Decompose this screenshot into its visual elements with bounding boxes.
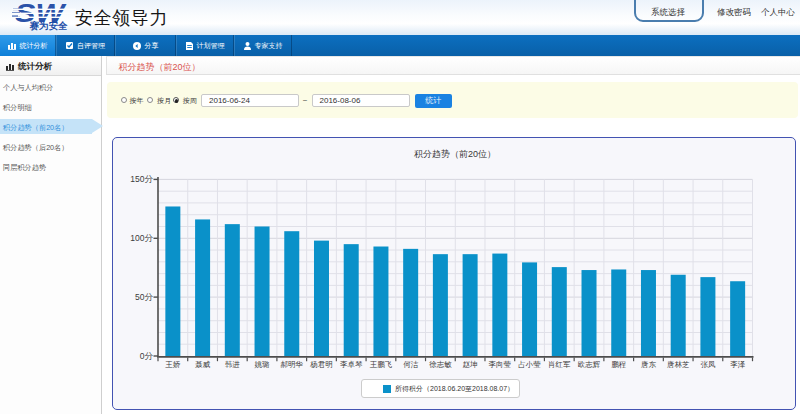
svg-text:唐林芝: 唐林芝 bbox=[667, 360, 690, 369]
svg-text:姚璐: 姚璐 bbox=[255, 360, 271, 369]
svg-text:100分: 100分 bbox=[130, 233, 153, 243]
svg-text:王鹏飞: 王鹏飞 bbox=[370, 360, 393, 369]
svg-text:50分: 50分 bbox=[135, 292, 153, 302]
svg-text:李泽: 李泽 bbox=[730, 360, 746, 369]
svg-text:徐志敏: 徐志敏 bbox=[429, 360, 452, 369]
svg-text:150分: 150分 bbox=[130, 174, 153, 184]
svg-text:肖红军: 肖红军 bbox=[548, 360, 571, 369]
svg-text:韩进: 韩进 bbox=[225, 360, 241, 369]
svg-text:唐东: 唐东 bbox=[641, 360, 657, 369]
svg-text:赵坤: 赵坤 bbox=[463, 360, 478, 369]
svg-text:李向莹: 李向莹 bbox=[489, 360, 512, 369]
svg-text:杨君明: 杨君明 bbox=[309, 360, 333, 369]
svg-text:何洁: 何洁 bbox=[403, 360, 419, 369]
svg-text:聂威: 聂威 bbox=[195, 360, 211, 369]
svg-text:0分: 0分 bbox=[140, 351, 154, 361]
svg-text:张凤: 张凤 bbox=[700, 360, 716, 369]
svg-text:占小莹: 占小莹 bbox=[518, 360, 541, 369]
svg-text:鹏程: 鹏程 bbox=[611, 360, 627, 369]
svg-text:王娇: 王娇 bbox=[165, 360, 181, 369]
svg-text:李卓琴: 李卓琴 bbox=[340, 360, 363, 369]
svg-text:积分趋势（前20位）: 积分趋势（前20位） bbox=[414, 149, 496, 159]
svg-text:郝明华: 郝明华 bbox=[280, 360, 304, 369]
svg-text:欧志辉: 欧志辉 bbox=[578, 360, 601, 369]
